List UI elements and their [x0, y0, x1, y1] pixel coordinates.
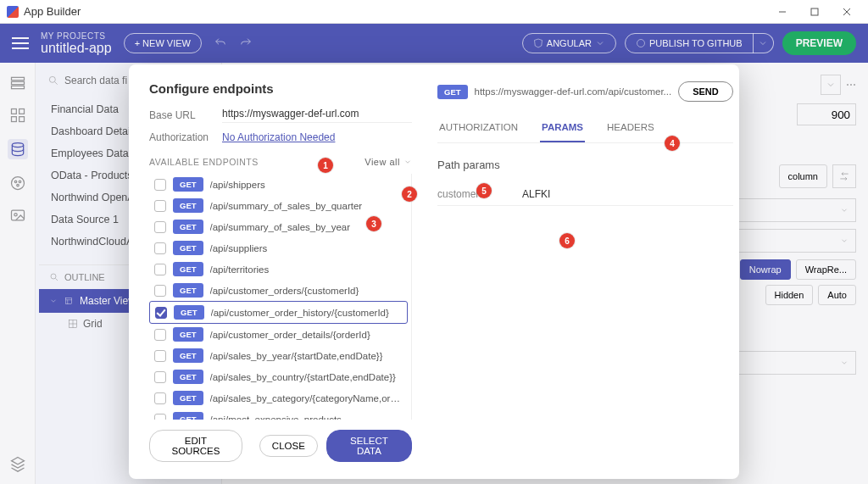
window-close-button[interactable] [832, 3, 861, 20]
nowrap-button[interactable]: Nowrap [740, 259, 791, 280]
modal-title: Configure endpoints [149, 81, 412, 96]
chevron-down-icon [826, 80, 836, 90]
endpoint-row[interactable]: GET/api/territories [149, 259, 408, 280]
views-rail-icon[interactable] [9, 75, 26, 92]
auto-button[interactable]: Auto [818, 285, 856, 305]
window-minimize-button[interactable] [768, 3, 797, 20]
endpoint-row[interactable]: GET/api/shippers [149, 174, 408, 195]
endpoint-checkbox[interactable] [155, 307, 167, 319]
tab-params[interactable]: PARAMS [540, 114, 585, 142]
svg-point-14 [14, 181, 17, 183]
window-titlebar: App Builder [0, 0, 868, 24]
tab-headers[interactable]: HEADERS [605, 114, 656, 142]
svg-line-22 [56, 279, 58, 281]
endpoint-method-badge: GET [173, 391, 203, 405]
endpoint-checkbox[interactable] [154, 350, 166, 362]
outline-label: OUTLINE [64, 272, 105, 282]
data-rail-icon[interactable] [8, 139, 28, 159]
theme-rail-icon[interactable] [9, 175, 26, 192]
app-name[interactable]: untitled-app [41, 41, 112, 56]
endpoint-checkbox[interactable] [154, 392, 166, 404]
svg-point-15 [19, 181, 21, 183]
assets-rail-icon[interactable] [9, 207, 26, 224]
left-rail [0, 63, 36, 484]
window-maximize-button[interactable] [800, 3, 829, 20]
endpoint-path: /api/suppliers [210, 243, 268, 253]
prop-select-3[interactable] [721, 351, 856, 375]
chevron-down-icon [49, 297, 58, 305]
endpoint-path: /api/shippers [210, 180, 265, 190]
endpoint-checkbox[interactable] [154, 285, 166, 297]
prop-select-2[interactable]: rt [721, 229, 856, 253]
view-all-toggle[interactable]: View all [364, 157, 412, 167]
components-rail-icon[interactable] [9, 107, 26, 124]
framework-dropdown[interactable]: ANGULAR [522, 33, 616, 53]
endpoint-checkbox[interactable] [154, 200, 166, 212]
menu-toggle-button[interactable] [12, 37, 29, 49]
redo-icon[interactable] [239, 36, 253, 50]
endpoints-list[interactable]: GET/api/shippersGET/api/summary_of_sales… [149, 174, 412, 420]
prop-more-icon[interactable]: ⋯ [846, 79, 856, 91]
endpoint-checkbox[interactable] [154, 329, 166, 341]
svg-rect-9 [19, 109, 24, 114]
send-button[interactable]: SEND [678, 81, 733, 102]
chevron-down-icon [840, 359, 849, 367]
layers-rail-icon[interactable] [9, 455, 26, 472]
base-url-value[interactable]: https://myswagger-def-url.com [222, 108, 412, 123]
publish-dropdown-button[interactable] [753, 33, 774, 53]
width-input[interactable] [797, 103, 856, 125]
preview-button[interactable]: PREVIEW [782, 31, 856, 55]
endpoint-row[interactable]: GET/api/customer_order_details/{orderId} [149, 324, 408, 345]
wrap-reverse-button[interactable]: WrapRe... [796, 259, 856, 280]
endpoint-method-badge: GET [173, 370, 203, 384]
select-data-button[interactable]: SELECT DATA [326, 430, 412, 462]
svg-point-21 [51, 274, 56, 279]
request-tabs: AUTHORIZATION PARAMS HEADERS [437, 114, 733, 143]
prop-select-1[interactable] [721, 198, 856, 222]
chevron-down-icon [840, 236, 849, 245]
endpoint-checkbox[interactable] [154, 371, 166, 383]
endpoint-method-badge: GET [174, 305, 204, 320]
endpoint-row[interactable]: GET/api/summary_of_sales_by_quarter [149, 195, 408, 216]
endpoint-path: /api/summary_of_sales_by_quarter [210, 201, 363, 211]
endpoint-checkbox[interactable] [154, 264, 166, 275]
endpoint-row[interactable]: GET/api/customer_order_history/{customer… [149, 301, 408, 324]
param-value[interactable]: ALFKI [522, 188, 550, 200]
endpoint-row[interactable]: GET/api/most_expensive_products [149, 409, 408, 420]
publish-button[interactable]: PUBLISH TO GITHUB [625, 33, 754, 53]
tab-authorization[interactable]: AUTHORIZATION [437, 114, 520, 142]
endpoint-row[interactable]: GET/api/sales_by_category/{categoryName,… [149, 387, 408, 409]
chevron-down-icon [840, 206, 849, 214]
endpoint-row[interactable]: GET/api/suppliers [149, 237, 408, 259]
column-button[interactable]: column [779, 164, 827, 188]
svg-rect-5 [11, 77, 24, 80]
app-logo-icon [7, 6, 19, 18]
endpoint-row[interactable]: GET/api/sales_by_country/{startDate,endD… [149, 366, 408, 387]
edit-sources-button[interactable]: EDIT SOURCES [149, 430, 242, 462]
endpoint-checkbox[interactable] [154, 242, 166, 254]
endpoint-checkbox[interactable] [154, 221, 166, 233]
annotation-6: 6 [559, 233, 575, 248]
swap-button[interactable] [832, 164, 856, 188]
endpoint-method-badge: GET [173, 177, 203, 192]
endpoint-method-badge: GET [173, 348, 203, 363]
svg-rect-6 [11, 81, 24, 84]
svg-point-18 [14, 214, 16, 216]
endpoint-row[interactable]: GET/api/customer_orders/{customerId} [149, 280, 408, 301]
endpoint-checkbox[interactable] [154, 414, 166, 420]
close-button[interactable]: CLOSE [259, 435, 318, 457]
hidden-button[interactable]: Hidden [765, 285, 814, 305]
available-endpoints-label: AVAILABLE ENDPOINTS [149, 157, 259, 167]
endpoint-checkbox[interactable] [154, 179, 166, 191]
authorization-link[interactable]: No Authorization Needed [222, 131, 335, 143]
endpoint-row[interactable]: GET/api/sales_by_year/{startDate,endDate… [149, 345, 408, 366]
prop-dropdown[interactable] [821, 75, 841, 95]
configure-endpoints-modal: Configure endpoints Base URL https://mys… [129, 64, 739, 479]
github-icon [636, 38, 646, 48]
request-url[interactable]: https://myswagger-def-url.com/api/custom… [475, 86, 672, 97]
new-view-button[interactable]: + NEW VIEW [124, 33, 202, 53]
undo-icon[interactable] [214, 36, 227, 50]
endpoint-path: /api/summary_of_sales_by_year [210, 222, 351, 232]
endpoint-path: /api/sales_by_year/{startDate,endDate}} [210, 351, 383, 361]
svg-rect-10 [11, 117, 16, 122]
